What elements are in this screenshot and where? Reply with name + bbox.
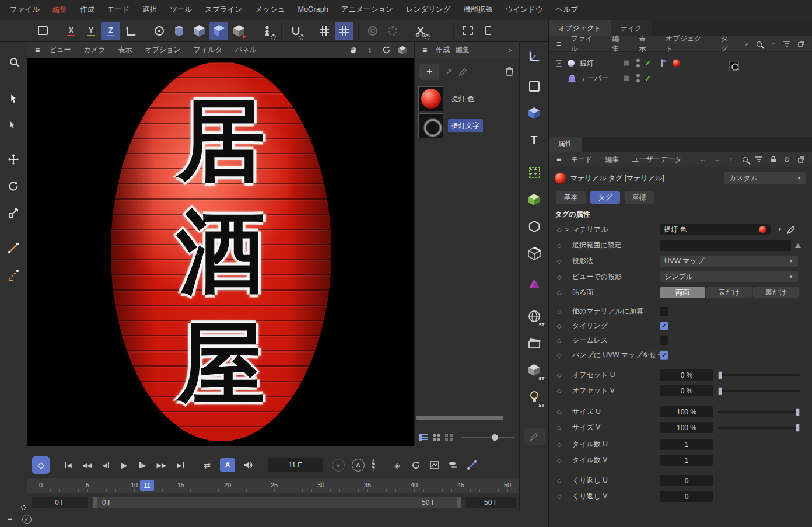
sound-icon[interactable] [239, 458, 257, 473]
flag-tag-icon[interactable] [661, 59, 669, 68]
menu-select[interactable]: 選択 [136, 0, 163, 19]
side-front-button[interactable]: 表だけ [706, 287, 752, 298]
dolly-view-icon[interactable]: ↕ [363, 44, 377, 57]
loop-mode-icon[interactable]: ⇄ [198, 458, 216, 473]
move-tool-icon[interactable] [2, 148, 24, 170]
selection-restrict-field[interactable] [660, 240, 791, 251]
history-back-icon[interactable]: ← [696, 153, 709, 165]
range-end-field[interactable]: 50 F [466, 497, 516, 508]
material-tag-icon[interactable] [673, 60, 680, 67]
uv-edge-mode-icon[interactable] [522, 240, 547, 266]
status-menu-icon[interactable]: ≡ [5, 515, 15, 524]
delete-material-icon[interactable] [505, 67, 514, 77]
list-view-icon[interactable] [419, 434, 428, 441]
timeline-ruler[interactable]: 0 5 10 15 20 25 30 35 40 45 50 11 [27, 477, 519, 493]
goto-end-button[interactable]: ▶ [171, 458, 190, 473]
object-name[interactable]: テーパー [580, 74, 609, 83]
vp-menu-camera[interactable]: カメラ [78, 45, 111, 55]
enabled-check-icon[interactable]: ✓ [645, 59, 651, 68]
viewport-menu-icon[interactable]: ≡ [32, 46, 43, 55]
layer-box[interactable] [624, 75, 629, 81]
add-material-button[interactable]: + [419, 64, 439, 80]
mm-menu-create[interactable]: 作成 [436, 45, 450, 55]
am-menu-edit[interactable]: 編集 [600, 155, 625, 165]
next-key-button[interactable]: ▶▶ [152, 458, 171, 473]
lock-z-axis-button[interactable]: Z [102, 22, 120, 40]
size-v-field[interactable]: 100 % [660, 422, 713, 433]
material-name-selected[interactable]: 提灯文字 [448, 119, 483, 132]
size-u-slider[interactable] [718, 411, 800, 413]
material-item-text[interactable]: 提灯文字 [415, 112, 519, 139]
key-position-icon[interactable]: ◈ [388, 458, 407, 473]
partial-tool-icon[interactable] [478, 22, 497, 40]
menu-animation[interactable]: アニメーション [335, 0, 400, 19]
tiles-v-field[interactable]: 1 [660, 455, 713, 466]
pen-tool-disabled-icon[interactable] [522, 424, 547, 449]
material-preview-sphere[interactable] [418, 86, 443, 111]
popout-icon[interactable] [794, 153, 807, 165]
object-snap-mode-icon[interactable]: ST [522, 357, 547, 383]
record-keyframe-button[interactable]: ◇ [32, 456, 50, 474]
lock-x-axis-button[interactable]: X [62, 22, 80, 40]
axis-lock-tool[interactable] [2, 264, 24, 286]
offset-v-field[interactable]: 0 % [660, 385, 713, 396]
repeat-u-field[interactable]: 0 [660, 475, 713, 486]
rotate-tool-icon[interactable] [2, 175, 24, 197]
material-name[interactable]: 提灯 色 [448, 92, 478, 106]
offset-v-slider[interactable] [718, 390, 800, 392]
tiles-u-field[interactable]: 1 [660, 439, 713, 450]
instance-cube-icon[interactable]: ▶ [229, 22, 248, 40]
material-item-color[interactable]: 提灯 色 [415, 85, 519, 112]
key-parameter-icon[interactable] [425, 458, 444, 473]
filter-icon[interactable] [780, 38, 793, 50]
fcurve-snap-icon[interactable] [463, 458, 481, 473]
prev-key-button[interactable]: ◀◀ [78, 458, 96, 473]
object-name[interactable]: 提灯 [580, 58, 594, 68]
seamless-checkbox[interactable] [660, 336, 668, 345]
menu-mode[interactable]: モード [101, 0, 136, 19]
lock-y-axis-button[interactable]: Y [82, 22, 100, 40]
am-menu-icon[interactable]: ≡ [554, 155, 564, 164]
enabled-check-icon[interactable]: ✓ [645, 74, 651, 83]
am-menu-mode[interactable]: モード [565, 155, 598, 165]
vp-menu-options[interactable]: オプション [139, 45, 186, 55]
orbit-view-icon[interactable] [379, 44, 393, 57]
lock-icon[interactable] [766, 153, 779, 165]
size-v-slider[interactable] [718, 427, 800, 429]
range-start-field[interactable]: 0 F [32, 497, 88, 508]
texture-mode-icon[interactable]: T [522, 127, 547, 153]
render-record-icon[interactable]: ● [332, 459, 345, 472]
menu-extensions[interactable]: 機能拡張 [457, 0, 499, 19]
character-object-icon[interactable] [258, 22, 276, 40]
axis-modify-tool[interactable] [2, 237, 24, 259]
visibility-dots[interactable] [636, 74, 640, 83]
material-link-field[interactable]: 提灯 色 [660, 224, 771, 235]
autokey-button[interactable]: A [220, 458, 235, 472]
object-row-lantern[interactable]: − 提灯 ✓ [549, 55, 812, 71]
coordinate-system-icon[interactable] [121, 22, 140, 40]
menu-create[interactable]: 作成 [74, 0, 101, 19]
object-row-taper[interactable]: テーパー ✓ [549, 71, 812, 86]
primitive-cube-icon[interactable] [190, 22, 208, 40]
snap-grid-icon[interactable] [335, 22, 354, 40]
subtab-basic[interactable]: 基本 [556, 191, 586, 204]
vp-menu-filter[interactable]: フィルタ [188, 45, 228, 55]
visibility-dots[interactable] [636, 59, 640, 68]
model-mode-icon[interactable] [522, 100, 547, 126]
vp-menu-view[interactable]: ビュー [44, 45, 77, 55]
projection-dropdown[interactable]: UVW マップ▼ [660, 256, 798, 267]
pan-view-icon[interactable] [346, 44, 360, 57]
uv-polygon-mode-icon[interactable] [522, 271, 547, 296]
menu-overflow-chevron[interactable]: > [742, 40, 750, 47]
current-frame-field[interactable]: 11 F [268, 458, 323, 472]
size-u-field[interactable]: 100 % [660, 406, 713, 417]
vp-menu-display[interactable]: 表示 [112, 45, 138, 55]
key-layers-icon[interactable] [444, 458, 463, 473]
menu-mesh[interactable]: メッシュ [249, 0, 291, 19]
menu-overflow-chevron[interactable]: > [506, 47, 514, 54]
material-menu-icon[interactable]: ≡ [419, 46, 430, 55]
expander-icon[interactable]: > [565, 226, 572, 233]
scale-tool-icon[interactable] [2, 202, 24, 224]
side-back-button[interactable]: 裏だけ [753, 287, 799, 298]
om-menu-icon[interactable]: ≡ [554, 39, 564, 48]
